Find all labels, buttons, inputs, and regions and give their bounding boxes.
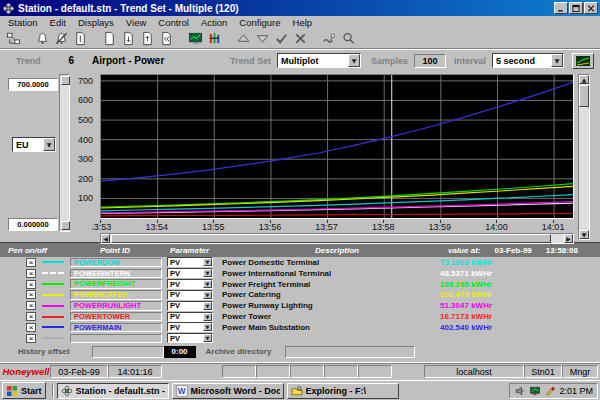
point-id-field[interactable] <box>70 334 162 344</box>
chevron-down-icon[interactable]: ▼ <box>203 313 212 321</box>
cancel-icon[interactable] <box>291 30 310 47</box>
pen-checkbox[interactable]: × <box>26 269 36 278</box>
scroll-up-icon[interactable]: ▲ <box>579 75 589 84</box>
alarm-bell-icon[interactable] <box>33 30 52 47</box>
chevron-down-icon[interactable]: ▼ <box>203 280 212 288</box>
trend-line-powermain <box>101 82 573 181</box>
range-slider-thumb-bottom[interactable] <box>61 221 70 230</box>
status-time: 14:01:16 <box>108 365 162 378</box>
display-icon[interactable] <box>186 30 205 47</box>
menu-item-configure[interactable]: Configure <box>233 17 286 28</box>
menu-item-view[interactable]: View <box>120 17 152 28</box>
y-axis-tick-label: 100 <box>78 193 93 203</box>
pen-checkbox[interactable]: × <box>26 301 36 310</box>
menu-item-control[interactable]: Control <box>152 17 195 28</box>
parameter-select[interactable]: PV▼ <box>167 268 213 278</box>
parameter-select[interactable]: PV▼ <box>167 257 213 267</box>
parameter-select[interactable]: PV▼ <box>167 322 213 332</box>
alarm-silence-icon[interactable] <box>52 30 71 47</box>
alarm-page-icon[interactable]: ! <box>71 30 90 47</box>
station-task-icon <box>61 385 73 397</box>
archive-directory-input[interactable] <box>285 346 415 358</box>
horizontal-scrollbar[interactable]: ◀ ▶ <box>100 233 574 244</box>
point-id-field[interactable]: POWERTOWER <box>70 312 162 322</box>
zoom-icon[interactable] <box>339 30 358 47</box>
pen-checkbox[interactable]: × <box>26 290 36 299</box>
horizontal-scroll-thumb[interactable] <box>111 234 551 243</box>
chevron-down-icon[interactable]: ▼ <box>203 258 212 266</box>
trend-pens-icon[interactable] <box>205 30 224 47</box>
parameter-select[interactable]: PV▼ <box>167 333 213 343</box>
scroll-right-icon[interactable]: ▶ <box>564 234 573 243</box>
chevron-down-icon[interactable]: ▼ <box>203 334 212 342</box>
scroll-down-icon[interactable]: ▼ <box>579 230 589 239</box>
station-icon[interactable] <box>4 30 23 47</box>
chevron-down-icon[interactable]: ▼ <box>203 291 212 299</box>
vertical-scroll-thumb[interactable] <box>579 85 589 107</box>
pen-checkbox[interactable]: × <box>26 323 36 332</box>
pen-checkbox[interactable]: × <box>26 280 36 289</box>
page-up-icon[interactable] <box>138 30 157 47</box>
parameter-select[interactable]: PV▼ <box>167 301 213 311</box>
range-min-field[interactable]: 0.000000 <box>8 218 58 231</box>
vertical-scrollbar[interactable]: ▲ ▼ <box>578 74 590 240</box>
menu-item-station[interactable]: Station <box>2 17 44 28</box>
chevron-down-icon[interactable]: ▼ <box>203 269 212 277</box>
parameter-select[interactable]: PV▼ <box>167 279 213 289</box>
raise-icon[interactable] <box>234 30 253 47</box>
taskbar-task-button[interactable]: Station - default.stn -... <box>57 383 169 399</box>
pen-checkbox[interactable]: × <box>26 334 36 343</box>
chevron-down-icon[interactable]: ▼ <box>203 302 212 310</box>
page-icon[interactable] <box>100 30 119 47</box>
close-icon[interactable] <box>584 2 598 14</box>
menu-item-edit[interactable]: Edit <box>44 17 72 28</box>
chevron-down-icon[interactable]: ▼ <box>551 54 563 67</box>
chevron-down-icon[interactable]: ▼ <box>203 323 212 331</box>
history-offset-input[interactable] <box>92 346 164 358</box>
point-id-field[interactable]: POWERINTERN <box>70 269 162 279</box>
status-empty-cell <box>358 365 392 378</box>
range-max-field[interactable]: 700.0000 <box>8 78 58 91</box>
trend-config-button[interactable] <box>572 53 594 69</box>
manual-entry-icon[interactable] <box>320 30 339 47</box>
maximize-icon[interactable] <box>569 2 583 14</box>
eu-select[interactable]: EU ▼ <box>12 137 56 152</box>
y-axis-labels: 100200300400500600700 <box>68 74 96 217</box>
taskbar-task-button[interactable]: Exploring - F:\ <box>287 383 399 399</box>
lower-icon[interactable] <box>253 30 272 47</box>
trend-set-select[interactable]: Multiplot ▼ <box>277 53 361 68</box>
taskbar-task-button[interactable]: WMicrosoft Word - Document5 <box>172 383 284 399</box>
history-offset-label: History offset <box>18 347 70 356</box>
minimize-icon[interactable] <box>554 2 568 14</box>
pen-color-sample <box>42 337 64 339</box>
pen-checkbox[interactable]: × <box>26 312 36 321</box>
accept-icon[interactable] <box>272 30 291 47</box>
point-id-field[interactable]: POWERFREIGHT <box>70 279 162 289</box>
footer-row: History offset 0:00 Archive directory <box>0 344 600 360</box>
page-down-icon[interactable] <box>119 30 138 47</box>
parameter-select[interactable]: PV▼ <box>167 290 213 300</box>
interval-select[interactable]: 5 second ▼ <box>492 53 564 68</box>
tray-pen-icon[interactable] <box>544 385 556 397</box>
start-button[interactable]: Start <box>2 382 46 399</box>
menu-item-action[interactable]: Action <box>195 17 233 28</box>
title-bar[interactable]: Station - default.stn - Trend Set - Mult… <box>0 0 600 16</box>
chevron-down-icon[interactable]: ▼ <box>43 138 55 151</box>
status-empty-cell <box>324 365 358 378</box>
point-id-field[interactable]: POWERRUNLIGHT <box>70 301 162 311</box>
menu-item-displays[interactable]: Displays <box>72 17 120 28</box>
point-id-field[interactable]: POWERCATER <box>70 290 162 300</box>
tray-station-icon[interactable] <box>529 385 541 397</box>
chevron-down-icon[interactable]: ▼ <box>348 54 360 67</box>
pen-color-sample <box>42 283 64 285</box>
page-repeat-icon[interactable] <box>157 30 176 47</box>
point-id-field[interactable]: POWERDOM <box>70 258 162 268</box>
menu-item-help[interactable]: Help <box>287 17 319 28</box>
parameter-select[interactable]: PV▼ <box>167 312 213 322</box>
trend-plot[interactable] <box>100 74 574 219</box>
point-id-field[interactable]: POWERMAIN <box>70 323 162 333</box>
scroll-left-icon[interactable]: ◀ <box>101 234 110 243</box>
speaker-icon[interactable] <box>514 385 526 397</box>
table-row: ×POWERFREIGHTPV▼Power Freight Terminal10… <box>0 279 600 290</box>
pen-checkbox[interactable]: × <box>26 258 36 267</box>
